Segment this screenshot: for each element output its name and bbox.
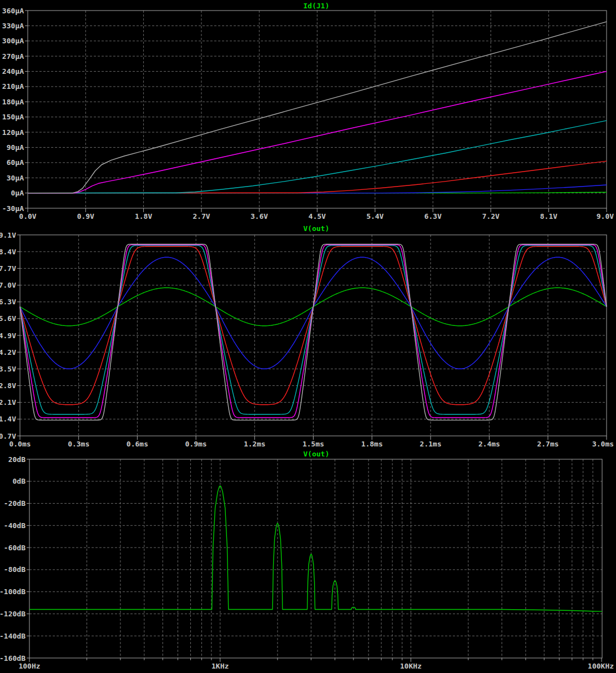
x-tick-label: 0.9V [77,212,94,220]
y-tick-label: 6.3V [0,298,16,306]
pane1-title-idj1[interactable]: Id(J1) [11,2,616,10]
axes: 360µA330µA300µA270µA240µA210µA180µA150µA… [2,7,614,221]
y-tick-label: -160dB [0,654,26,662]
y-tick-label: 300µA [2,37,24,45]
axes: 20dB0dB-20dB-40dB-60dB-80dB-100dB-120dB-… [0,455,614,671]
y-tick-label: 4.2V [0,348,16,356]
x-tick-label: 2.1ms [420,440,441,448]
pane3-title-vout-fft[interactable]: V(out) [11,450,616,458]
plot-border [29,459,602,658]
y-tick-label: 30µA [7,174,24,182]
x-tick-label: 9.0V [597,212,614,220]
grid [20,235,607,436]
x-tick-label: 2.4ms [478,440,500,448]
y-tick-label: -100dB [0,587,26,596]
pane1-plot-idj1-dc-sweep[interactable]: 360µA330µA300µA270µA240µA210µA180µA150µA… [0,0,616,224]
y-tick-label: -120dB [0,610,26,618]
x-tick-label: 4.5V [309,212,326,220]
y-tick-label: 0.7V [0,432,16,440]
x-tick-label: 0.6ms [127,440,148,448]
x-tick-label: 0.3ms [68,440,89,448]
y-tick-label: -60dB [4,544,26,552]
y-tick-label: 1.4V [0,415,16,423]
x-tick-label: 2.7V [193,212,210,220]
x-tick-label: 1.8V [135,212,152,220]
x-tick-label: 0.9ms [185,440,207,448]
x-tick-label: 0.0ms [9,440,31,448]
x-tick-label: 2.7ms [537,440,559,448]
x-tick-label: 1.8ms [361,440,383,448]
y-tick-label: 90µA [7,143,24,152]
x-tick-label: 0.0V [19,212,36,220]
y-tick-label: -80dB [4,565,26,574]
y-tick-label: 330µA [2,22,24,30]
y-tick-label: 3.5V [0,365,16,373]
trace-red[interactable] [28,161,607,193]
x-tick-label: 1KHz [211,662,229,670]
x-tick-label: 100KHz [588,662,614,670]
y-tick-label: 4.9V [0,332,16,340]
y-tick-label: -140dB [0,632,26,640]
pane3-plot-vout-fft[interactable]: 20dB0dB-20dB-40dB-60dB-80dB-100dB-120dB-… [0,449,616,673]
y-tick-label: 7.0V [0,281,16,289]
x-tick-label: 3.0ms [592,440,614,448]
y-tick-label: -40dB [4,521,26,530]
trace-green-spectrum[interactable] [29,486,602,611]
log-minor-ticks [87,658,593,660]
y-tick-label: 180µA [2,98,24,106]
y-tick-label: 0dB [13,477,26,485]
log-minor-grid [87,459,593,658]
y-tick-label: 7.7V [0,264,16,273]
y-tick-label: 0µA [11,189,24,197]
x-tick-label: 5.4V [366,212,383,220]
x-tick-label: 10KHz [400,662,422,670]
y-tick-label: 2.8V [0,381,16,390]
x-tick-label: 6.3V [424,212,441,220]
pane2-plot-vout-transient[interactable]: 9.1V8.4V7.7V7.0V6.3V5.6V4.9V4.2V3.5V2.8V… [0,224,616,449]
x-tick-label: 3.6V [251,212,268,220]
grid [29,459,602,658]
x-tick-label: 8.1V [540,212,557,220]
y-tick-label: -30µA [2,204,24,213]
y-tick-label: 150µA [2,113,24,121]
y-tick-label: 210µA [2,82,24,91]
pane2-title-vout[interactable]: V(out) [11,224,616,233]
waveform-viewer: Id(J1) 360µA330µA300µA270µA240µA210µA180… [0,0,616,673]
y-tick-label: -20dB [4,499,26,508]
grid [28,11,607,208]
x-tick-label: 1.5ms [302,440,324,448]
y-tick-label: 8.4V [0,248,16,256]
x-tick-label: 100Hz [18,662,40,670]
x-tick-label: 1.2ms [244,440,265,448]
y-tick-label: 5.6V [0,314,16,323]
y-tick-label: 270µA [2,52,24,61]
y-tick-label: 120µA [2,128,24,137]
y-tick-label: 240µA [2,67,24,76]
y-tick-label: 60µA [7,158,24,167]
y-tick-label: 2.1V [0,398,16,406]
x-tick-label: 7.2V [482,212,499,220]
